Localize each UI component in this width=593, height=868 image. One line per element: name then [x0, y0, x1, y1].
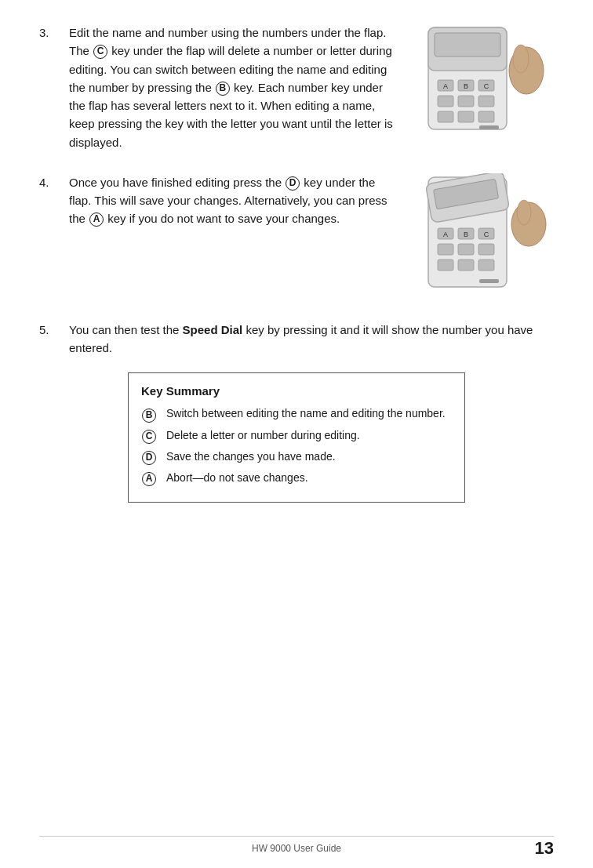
- key-summary-row-c: C Delete a letter or number during editi…: [141, 427, 449, 444]
- svg-rect-31: [458, 260, 474, 271]
- svg-text:A: A: [443, 82, 448, 90]
- svg-rect-17: [479, 125, 499, 129]
- section-3: 3. Edit the name and number using the nu…: [39, 24, 554, 151]
- svg-rect-27: [438, 244, 453, 255]
- footer-label: HW 9000 User Guide: [252, 843, 341, 854]
- key-a-text: Abort—do not save changes.: [166, 470, 449, 485]
- key-d-text: Save the changes you have made.: [166, 449, 449, 464]
- section-4-image: A B C: [401, 173, 554, 299]
- svg-rect-30: [438, 260, 453, 271]
- svg-rect-13: [458, 111, 474, 122]
- section-number-5: 5.: [39, 321, 69, 358]
- key-summary-row-a: A Abort—do not save changes.: [141, 470, 449, 486]
- section-3-text: Edit the name and number using the numbe…: [69, 24, 393, 151]
- key-c-text: Delete a letter or number during editing…: [166, 427, 449, 443]
- key-b-icon: B: [141, 405, 158, 422]
- key-b-1: B: [216, 82, 230, 96]
- section-4-text: Once you have finished editing press the…: [69, 173, 393, 299]
- section-number-4: 4.: [39, 173, 69, 299]
- footer-page-number: 13: [535, 838, 554, 859]
- svg-rect-32: [478, 260, 494, 271]
- key-d-summary: D: [142, 451, 156, 465]
- key-summary-row-d: D Save the changes you have made.: [141, 449, 449, 465]
- svg-rect-2: [435, 33, 500, 56]
- section-3-image: A B C: [401, 24, 554, 151]
- key-summary-title: Key Summary: [141, 384, 449, 398]
- svg-point-16: [513, 45, 529, 73]
- svg-text:A: A: [443, 231, 448, 238]
- key-summary-row-b: B Switch between editing the name and ed…: [141, 405, 449, 422]
- speed-dial-bold: Speed Dial: [183, 323, 243, 336]
- key-summary-wrapper: Key Summary B Switch between editing the…: [39, 372, 554, 503]
- page-footer: HW 9000 User Guide 13: [39, 836, 554, 854]
- svg-rect-10: [458, 96, 474, 107]
- svg-text:C: C: [484, 82, 489, 90]
- section-4: 4. Once you have finished editing press …: [39, 173, 554, 299]
- svg-rect-12: [438, 111, 453, 122]
- svg-rect-14: [478, 111, 494, 122]
- key-b-text: Switch between editing the name and edit…: [166, 405, 449, 421]
- svg-rect-29: [478, 244, 494, 255]
- page-content: 3. Edit the name and number using the nu…: [0, 0, 593, 565]
- section-4-body: Once you have finished editing press the…: [69, 173, 554, 299]
- key-d-icon: D: [141, 449, 158, 465]
- key-a-icon: A: [141, 470, 158, 486]
- svg-point-34: [517, 200, 531, 225]
- section-number-3: 3.: [39, 24, 69, 151]
- key-c-icon: C: [141, 427, 158, 444]
- key-c-summary: C: [142, 430, 156, 444]
- svg-text:B: B: [464, 82, 468, 90]
- key-a-1: A: [89, 212, 104, 227]
- key-b-summary: B: [142, 409, 156, 423]
- section-5-text: You can then test the Speed Dial key by …: [69, 321, 554, 358]
- key-summary-box: Key Summary B Switch between editing the…: [128, 372, 465, 503]
- key-d-1: D: [286, 176, 300, 191]
- svg-rect-11: [478, 96, 494, 107]
- svg-text:B: B: [464, 231, 468, 238]
- svg-rect-9: [438, 96, 453, 107]
- section-5: 5. You can then test the Speed Dial key …: [39, 321, 554, 358]
- phone-image-2: A B C: [405, 173, 550, 299]
- phone-image-1: A B C: [405, 24, 550, 149]
- svg-text:C: C: [484, 231, 489, 238]
- svg-rect-35: [479, 279, 499, 283]
- key-c-1: C: [93, 45, 107, 59]
- svg-rect-28: [458, 244, 474, 255]
- key-a-summary: A: [142, 472, 156, 486]
- section-3-body: Edit the name and number using the numbe…: [69, 24, 554, 151]
